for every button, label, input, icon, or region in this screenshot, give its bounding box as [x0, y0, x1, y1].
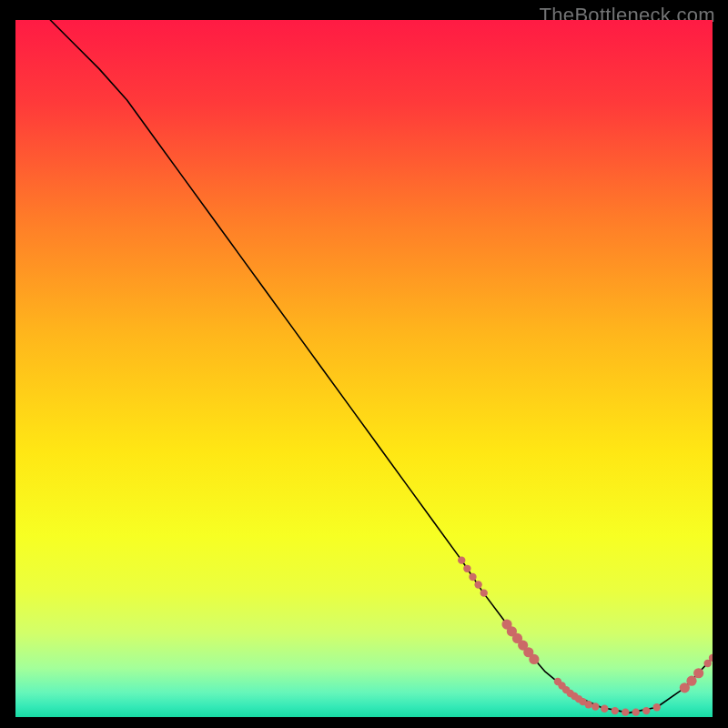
marker-dot [622, 708, 629, 715]
marker-dot [458, 556, 465, 563]
marker-dot [653, 703, 661, 711]
marker-dot [463, 565, 470, 572]
marker-dot [480, 589, 488, 596]
gradient-background [15, 20, 713, 717]
chart-frame: TheBottleneck.com [0, 0, 728, 728]
marker-dot [474, 581, 481, 588]
marker-dot [529, 654, 539, 664]
marker-dot [693, 668, 703, 678]
marker-dot [632, 708, 640, 715]
marker-dot [642, 707, 650, 714]
marker-dot [469, 573, 476, 581]
marker-dot [686, 676, 696, 686]
marker-dot [584, 701, 592, 708]
bottleneck-chart [15, 20, 713, 717]
marker-dot [601, 705, 608, 713]
marker-dot [612, 707, 619, 714]
marker-dot [592, 703, 599, 710]
